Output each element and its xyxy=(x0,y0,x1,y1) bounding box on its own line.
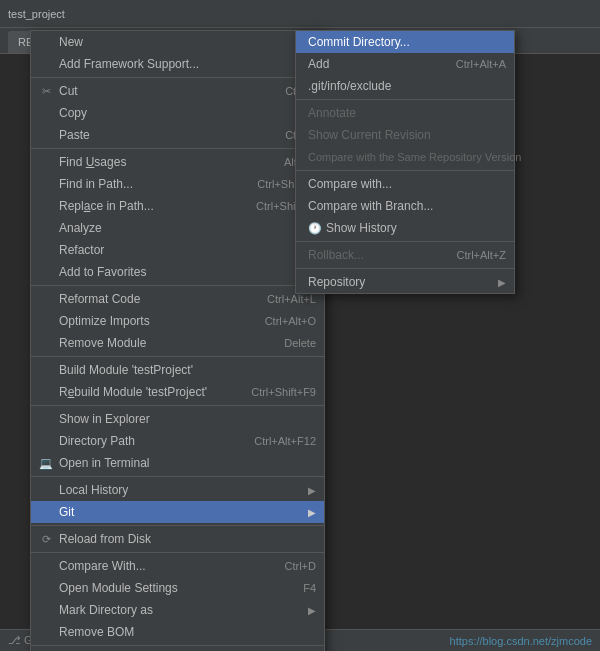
menu-item-paste[interactable]: Paste Ctrl+V xyxy=(31,124,324,146)
rebuild-module-shortcut: Ctrl+Shift+F9 xyxy=(231,386,316,398)
submenu-separator-2 xyxy=(296,170,514,171)
submenu-item-repository[interactable]: Repository ▶ xyxy=(296,271,514,293)
menu-item-reload-disk[interactable]: ⟳ Reload from Disk xyxy=(31,528,324,550)
context-menu: New ▶ Add Framework Support... ✂ Cut Ctr… xyxy=(30,30,325,651)
menu-remove-bom-label: Remove BOM xyxy=(59,625,134,639)
separator-6 xyxy=(31,476,324,477)
menu-item-analyze[interactable]: Analyze ▶ xyxy=(31,217,324,239)
menu-item-find-path[interactable]: Find in Path... Ctrl+Shift+F xyxy=(31,173,324,195)
local-history-arrow: ▶ xyxy=(308,485,316,496)
remove-module-shortcut: Delete xyxy=(264,337,316,349)
submenu-item-rollback: Rollback... Ctrl+Alt+Z xyxy=(296,244,514,266)
mark-directory-arrow: ▶ xyxy=(308,605,316,616)
menu-item-add-favorites[interactable]: Add to Favorites ▶ xyxy=(31,261,324,283)
menu-item-compare-with[interactable]: Compare With... Ctrl+D xyxy=(31,555,324,577)
menu-item-open-module-settings[interactable]: Open Module Settings F4 xyxy=(31,577,324,599)
menu-item-local-history[interactable]: Local History ▶ xyxy=(31,479,324,501)
submenu-compare-same-repo-label: Compare with the Same Repository Version xyxy=(308,151,521,163)
menu-build-module-label: Build Module 'testProject' xyxy=(59,363,193,377)
submenu-item-commit-directory[interactable]: Commit Directory... xyxy=(296,31,514,53)
menu-replace-path-label: Replace in Path... xyxy=(59,199,154,213)
menu-copy-label: Copy xyxy=(59,106,87,120)
menu-item-refactor[interactable]: Refactor ▶ xyxy=(31,239,324,261)
menu-item-rebuild-module[interactable]: Rebuild Module 'testProject' Ctrl+Shift+… xyxy=(31,381,324,403)
reformat-shortcut: Ctrl+Alt+L xyxy=(247,293,316,305)
submenu-compare-with-label: Compare with... xyxy=(308,177,392,191)
submenu-show-current-revision-label: Show Current Revision xyxy=(308,128,431,142)
menu-item-replace-path[interactable]: Replace in Path... Ctrl+Shift+R xyxy=(31,195,324,217)
submenu-item-compare-same-repo: Compare with the Same Repository Version xyxy=(296,146,514,168)
directory-path-shortcut: Ctrl+Alt+F12 xyxy=(234,435,316,447)
menu-reload-disk-label: Reload from Disk xyxy=(59,532,151,546)
submenu-compare-branch-label: Compare with Branch... xyxy=(308,199,433,213)
submenu-item-annotate: Annotate xyxy=(296,102,514,124)
menu-show-explorer-label: Show in Explorer xyxy=(59,412,150,426)
git-submenu: Commit Directory... Add Ctrl+Alt+A .git/… xyxy=(295,30,515,294)
menu-item-optimize-imports[interactable]: Optimize Imports Ctrl+Alt+O xyxy=(31,310,324,332)
submenu-separator-4 xyxy=(296,268,514,269)
menu-find-usages-label: Find Usages xyxy=(59,155,126,169)
menu-rebuild-module-label: Rebuild Module 'testProject' xyxy=(59,385,207,399)
menu-find-path-label: Find in Path... xyxy=(59,177,133,191)
git-arrow: ▶ xyxy=(308,507,316,518)
menu-item-remove-bom[interactable]: Remove BOM xyxy=(31,621,324,643)
menu-open-module-settings-label: Open Module Settings xyxy=(59,581,178,595)
menu-item-build-module[interactable]: Build Module 'testProject' xyxy=(31,359,324,381)
separator-9 xyxy=(31,645,324,646)
menu-new-label: New xyxy=(59,35,83,49)
submenu-show-history-label: Show History xyxy=(326,221,397,235)
submenu-rollback-shortcut: Ctrl+Alt+Z xyxy=(446,249,506,261)
submenu-annotate-label: Annotate xyxy=(308,106,356,120)
submenu-commit-directory-label: Commit Directory... xyxy=(308,35,410,49)
menu-cut-label: Cut xyxy=(59,84,78,98)
submenu-add-label: Add xyxy=(308,57,329,71)
menu-item-cut[interactable]: ✂ Cut Ctrl+X xyxy=(31,80,324,102)
open-module-settings-shortcut: F4 xyxy=(283,582,316,594)
separator-5 xyxy=(31,405,324,406)
submenu-item-compare-branch[interactable]: Compare with Branch... xyxy=(296,195,514,217)
submenu-gitinfo-label: .git/info/exclude xyxy=(308,79,391,93)
title-bar: test_project xyxy=(0,0,600,28)
menu-paste-label: Paste xyxy=(59,128,90,142)
menu-add-favorites-label: Add to Favorites xyxy=(59,265,146,279)
menu-refactor-label: Refactor xyxy=(59,243,104,257)
submenu-item-compare-with[interactable]: Compare with... xyxy=(296,173,514,195)
menu-item-git[interactable]: Git ▶ xyxy=(31,501,324,523)
submenu-item-show-history[interactable]: 🕐 Show History xyxy=(296,217,514,239)
menu-git-label: Git xyxy=(59,505,74,519)
separator-1 xyxy=(31,77,324,78)
compare-with-shortcut: Ctrl+D xyxy=(265,560,316,572)
menu-mark-directory-label: Mark Directory as xyxy=(59,603,153,617)
menu-item-mark-directory[interactable]: Mark Directory as ▶ xyxy=(31,599,324,621)
submenu-item-gitinfo[interactable]: .git/info/exclude xyxy=(296,75,514,97)
ide-background: test_project README.md × hello.txt × New… xyxy=(0,0,600,651)
menu-item-open-terminal[interactable]: 💻 Open in Terminal xyxy=(31,452,324,474)
menu-compare-with-label: Compare With... xyxy=(59,559,146,573)
status-url: https://blog.csdn.net/zjmcode xyxy=(450,635,592,647)
menu-item-remove-module[interactable]: Remove Module Delete xyxy=(31,332,324,354)
menu-item-find-usages[interactable]: Find Usages Alt+F7 xyxy=(31,151,324,173)
menu-item-new[interactable]: New ▶ xyxy=(31,31,324,53)
reload-disk-icon: ⟳ xyxy=(37,533,55,546)
menu-directory-path-label: Directory Path xyxy=(59,434,135,448)
menu-item-show-explorer[interactable]: Show in Explorer xyxy=(31,408,324,430)
menu-item-reformat[interactable]: Reformat Code Ctrl+Alt+L xyxy=(31,288,324,310)
menu-optimize-imports-label: Optimize Imports xyxy=(59,314,150,328)
submenu-item-add[interactable]: Add Ctrl+Alt+A xyxy=(296,53,514,75)
cut-icon: ✂ xyxy=(37,85,55,98)
optimize-imports-shortcut: Ctrl+Alt+O xyxy=(245,315,316,327)
repository-arrow: ▶ xyxy=(498,277,506,288)
menu-local-history-label: Local History xyxy=(59,483,128,497)
submenu-repository-label: Repository xyxy=(308,275,365,289)
submenu-rollback-label: Rollback... xyxy=(308,248,364,262)
menu-item-copy[interactable]: Copy ▶ xyxy=(31,102,324,124)
menu-reformat-label: Reformat Code xyxy=(59,292,140,306)
menu-item-directory-path[interactable]: Directory Path Ctrl+Alt+F12 xyxy=(31,430,324,452)
menu-open-terminal-label: Open in Terminal xyxy=(59,456,150,470)
submenu-show-history-icon: 🕐 xyxy=(308,222,322,235)
menu-item-add-framework[interactable]: Add Framework Support... xyxy=(31,53,324,75)
open-terminal-icon: 💻 xyxy=(37,457,55,470)
menu-remove-module-label: Remove Module xyxy=(59,336,146,350)
submenu-separator-1 xyxy=(296,99,514,100)
menu-add-framework-label: Add Framework Support... xyxy=(59,57,199,71)
